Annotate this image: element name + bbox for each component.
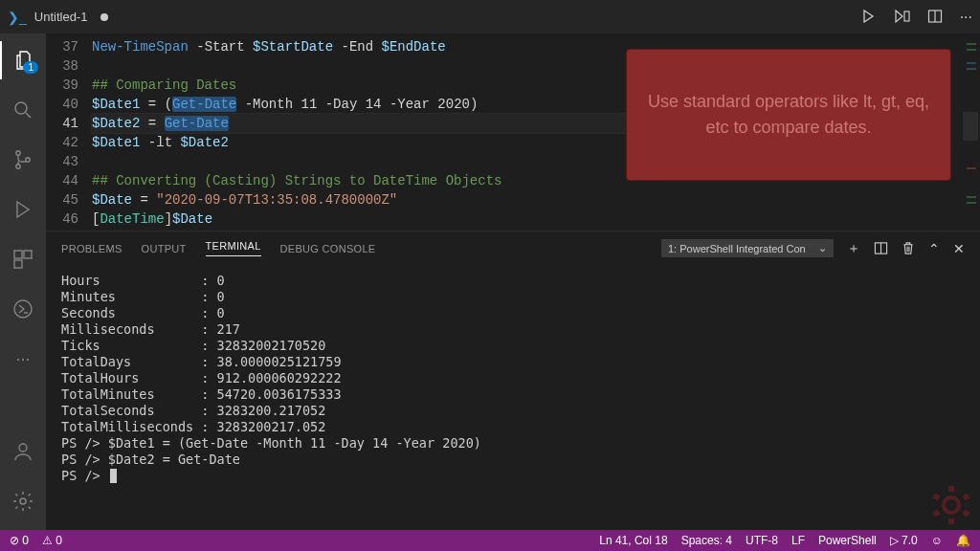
- split-editor-icon[interactable]: [927, 9, 943, 26]
- search-icon[interactable]: [0, 91, 46, 129]
- panel-actions: 1: PowerShell Integrated Con ⌄ ＋ ⌃ ✕: [661, 239, 965, 257]
- minimap[interactable]: [951, 33, 980, 231]
- code-line[interactable]: [DateTime]$Date: [92, 209, 951, 229]
- panel-tabs: PROBLEMSOUTPUTTERMINALDEBUG CONSOLE 1: P…: [46, 231, 980, 265]
- status-bell-icon[interactable]: 🔔: [956, 534, 970, 547]
- panel-tab-problems[interactable]: PROBLEMS: [61, 243, 122, 254]
- tab-title[interactable]: Untitled-1: [34, 10, 88, 24]
- svg-point-12: [19, 444, 27, 452]
- line-gutter: 37383940414243444546: [46, 33, 92, 231]
- status-warnings[interactable]: ⚠ 0: [42, 534, 62, 547]
- new-terminal-icon[interactable]: ＋: [847, 240, 860, 257]
- terminal-selector[interactable]: 1: PowerShell Integrated Con ⌄: [661, 239, 834, 257]
- trash-icon[interactable]: [902, 241, 915, 255]
- more-actions-icon[interactable]: ···: [0, 340, 46, 378]
- title-bar: ❯_ Untitled-1 ···: [0, 0, 980, 33]
- status-spaces[interactable]: Spaces: 4: [681, 534, 732, 547]
- svg-rect-0: [904, 11, 909, 21]
- svg-rect-10: [14, 260, 22, 268]
- more-icon[interactable]: ···: [960, 9, 972, 26]
- status-bar: ⊘ 0 ⚠ 0 Ln 41, Col 18 Spaces: 4 UTF-8 LF…: [0, 530, 980, 551]
- run-debug-icon[interactable]: [0, 190, 46, 229]
- accounts-icon[interactable]: [0, 432, 46, 471]
- status-errors[interactable]: ⊘ 0: [10, 534, 29, 547]
- panel-tab-output[interactable]: OUTPUT: [142, 243, 187, 254]
- settings-gear-icon[interactable]: [0, 482, 46, 520]
- code-line[interactable]: $Date = "2020-09-07T13:35:08.4780000Z": [92, 190, 951, 209]
- chevron-down-icon: ⌄: [818, 242, 827, 254]
- terminal-output[interactable]: Hours : 0Minutes : 0Seconds : 0Milliseco…: [46, 265, 980, 530]
- powershell-icon: ❯_: [8, 10, 27, 25]
- run-split-icon[interactable]: [893, 9, 910, 26]
- close-panel-icon[interactable]: ✕: [953, 241, 965, 256]
- explorer-icon[interactable]: 1: [0, 41, 46, 79]
- bottom-panel: PROBLEMSOUTPUTTERMINALDEBUG CONSOLE 1: P…: [46, 231, 980, 530]
- svg-point-7: [26, 158, 30, 162]
- split-terminal-icon[interactable]: [874, 241, 888, 255]
- source-control-icon[interactable]: [0, 141, 46, 179]
- svg-rect-8: [14, 251, 22, 258]
- svg-point-6: [16, 165, 20, 168]
- callout-overlay: Use standard operators like lt, gt, eq, …: [626, 49, 951, 181]
- status-feedback-icon[interactable]: ☺: [931, 534, 943, 547]
- svg-point-3: [15, 102, 27, 114]
- svg-point-13: [20, 498, 26, 504]
- dirty-indicator-icon: [100, 13, 108, 21]
- svg-point-5: [16, 151, 20, 155]
- terminal-name: 1: PowerShell Integrated Con: [668, 243, 806, 254]
- powershell-ext-icon[interactable]: [0, 290, 46, 328]
- status-eol[interactable]: LF: [791, 534, 805, 547]
- status-ps-version[interactable]: ▷ 7.0: [890, 534, 918, 547]
- activity-bar: 1 ···: [0, 33, 46, 530]
- panel-tab-terminal[interactable]: TERMINAL: [206, 240, 261, 256]
- chevron-up-icon[interactable]: ⌃: [928, 241, 940, 256]
- editor[interactable]: 37383940414243444546 New-TimeSpan -Start…: [46, 33, 980, 231]
- svg-rect-9: [24, 251, 32, 258]
- extensions-icon[interactable]: [0, 240, 46, 278]
- status-ln-col[interactable]: Ln 41, Col 18: [599, 534, 667, 547]
- status-language[interactable]: PowerShell: [818, 534, 877, 547]
- panel-tab-debug-console[interactable]: DEBUG CONSOLE: [280, 243, 376, 254]
- status-encoding[interactable]: UTF-8: [746, 534, 778, 547]
- run-icon[interactable]: [860, 9, 876, 26]
- badge: 1: [23, 61, 38, 74]
- svg-line-4: [26, 113, 31, 118]
